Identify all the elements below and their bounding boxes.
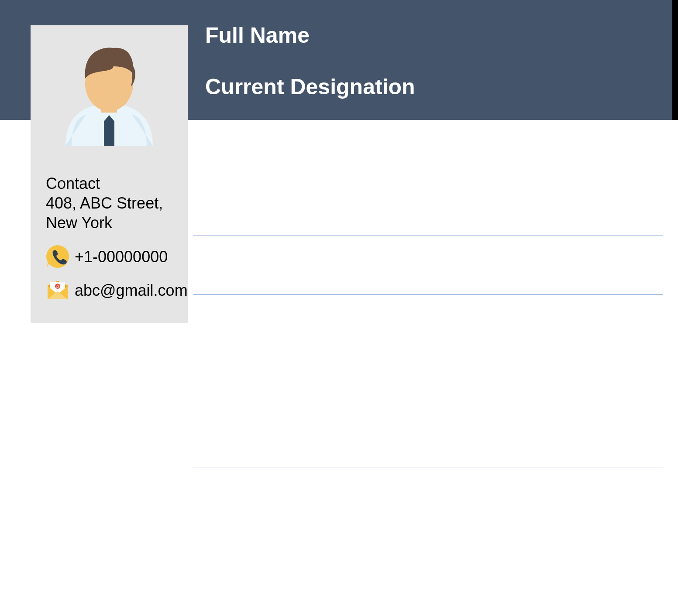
phone-icon — [46, 245, 69, 268]
contact-block: Contact 408, ABC Street, New York +1-000… — [46, 174, 177, 300]
phone-row: +1-00000000 — [46, 245, 177, 268]
contact-label: Contact — [46, 174, 177, 193]
divider-line — [193, 468, 663, 468]
header-band-right-edge — [672, 0, 678, 120]
sidebar-card: Contact 408, ABC Street, New York +1-000… — [31, 25, 188, 323]
svg-point-4 — [46, 245, 69, 268]
divider-line — [193, 236, 663, 236]
email-address: abc@gmail.com — [75, 281, 188, 300]
address-line-2: New York — [46, 213, 177, 233]
svg-text:@: @ — [56, 284, 59, 288]
email-icon: @ — [46, 281, 69, 300]
full-name: Full Name — [205, 23, 310, 48]
divider-line — [193, 294, 663, 294]
avatar — [61, 38, 157, 146]
address-line-1: 408, ABC Street, — [46, 193, 177, 213]
designation: Current Designation — [205, 74, 415, 99]
phone-number: +1-00000000 — [75, 247, 168, 267]
email-row: @ abc@gmail.com — [46, 281, 177, 300]
